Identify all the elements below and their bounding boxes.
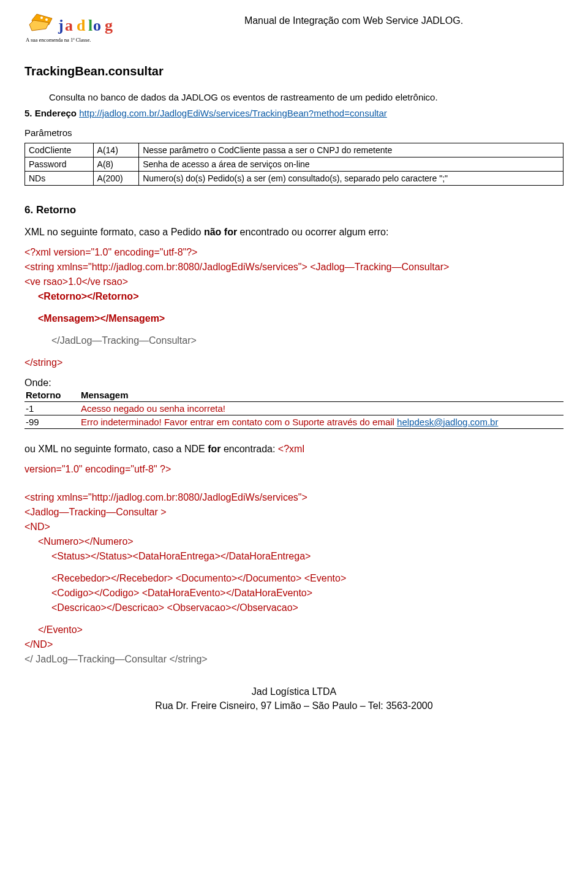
onde-label: Onde: <box>24 377 564 389</box>
xml-retorno-tag: <Retorno></Retorno> <box>38 289 564 304</box>
xml-versao: <ve rsao>1.0</ve rsao> <box>24 275 564 289</box>
found-bold: for <box>208 444 221 454</box>
helpdesk-link[interactable]: helpdesk@jadlog.com.br <box>397 417 498 427</box>
section-title: TrackingBean.consultar <box>24 64 564 78</box>
xml2-numero: <Numero></Numero> <box>38 534 564 549</box>
xml-close-root: </JadLog—Tracking—Consultar> <box>51 333 564 348</box>
svg-text:a: a <box>65 17 73 34</box>
param-name: CodCliente <box>25 143 94 157</box>
document-header-title: Manual de Integração com Web Service JAD… <box>144 9 564 26</box>
xml2-string-open: <string xmlns="http://jadlog.com.br:8080… <box>24 490 564 505</box>
xml2-evento-close: </Evento> <box>38 623 564 637</box>
svg-text:g: g <box>105 17 113 34</box>
param-desc: Nesse parâmetro o CodCliente passa a ser… <box>139 143 564 157</box>
retorno-col-header: Retorno <box>24 389 80 402</box>
footer-address: Rua Dr. Freire Cisneiro, 97 Limão – São … <box>24 699 564 713</box>
xml2-status: <Status></Status><DataHoraEntrega></Data… <box>51 549 564 564</box>
retorno-intro-prefix: XML no seguinte formato, caso a Pedido <box>24 227 204 237</box>
retorno-msg-text: Erro indeterminado! Favor entrar em cont… <box>81 417 397 427</box>
logo-tagline: A sua encomenda na 1ª Classe. <box>26 37 91 43</box>
xml-mensagem-tag: <Mensagem></Mensagem> <box>38 311 564 326</box>
table-row: Password A(8) Senha de acesso a área de … <box>25 157 564 171</box>
retorno-table: Retorno Mensagem -1 Acesso negado ou sen… <box>24 389 564 429</box>
svg-point-0 <box>40 17 43 19</box>
retorno-intro: XML no seguinte formato, caso a Pedido n… <box>24 226 564 239</box>
page-footer: Jad Logística LTDA Rua Dr. Freire Cisnei… <box>24 685 564 713</box>
table-row: CodCliente A(14) Nesse parâmetro o CodCl… <box>25 143 564 157</box>
param-type: A(8) <box>93 157 139 171</box>
params-heading: Parâmetros <box>24 127 564 138</box>
xml2-codigo: <Codigo></Codigo> <DataHoraEvento></Data… <box>51 586 564 601</box>
xml2-nd: <ND> <box>24 520 564 534</box>
found-prefix: ou XML no seguinte formato, caso a NDE <box>24 444 208 454</box>
logo: j a d l o g A sua encomenda na 1ª Classe… <box>24 9 132 46</box>
param-desc: Senha de acesso a área de serviços on-li… <box>139 157 564 171</box>
retorno-msg: Erro indeterminado! Favor entrar em cont… <box>80 415 564 428</box>
xml-string-open: <string xmlns="http://jadlog.com.br:8080… <box>24 260 564 275</box>
endpoint-url-link[interactable]: http://jadlog.com.br/JadlogEdiWs/service… <box>79 108 387 118</box>
param-type: A(200) <box>93 171 139 185</box>
svg-text:j: j <box>58 17 64 34</box>
retorno-col-header: Mensagem <box>80 389 564 402</box>
svg-text:l: l <box>88 17 92 34</box>
xml2-close: </ JadLog—Tracking—Consultar </string> <box>24 652 564 667</box>
retorno-found-intro: ou XML no seguinte formato, caso a NDE f… <box>24 442 564 456</box>
svg-point-1 <box>45 18 48 21</box>
retorno-code: -1 <box>24 401 80 415</box>
retorno-intro-bold: não for <box>204 227 237 237</box>
params-table: CodCliente A(14) Nesse parâmetro o CodCl… <box>24 143 564 186</box>
retorno-heading: 6. Retorno <box>24 204 564 216</box>
section-intro: Consulta no banco de dados da JADLOG os … <box>49 91 564 105</box>
xml2-nd-close: </ND> <box>24 637 564 652</box>
param-type: A(14) <box>93 143 139 157</box>
xml2-recebedor: <Recebedor></Recebedor> <Documento></Doc… <box>51 571 564 586</box>
table-row: NDs A(200) Numero(s) do(s) Pedido(s) a s… <box>25 171 564 185</box>
xml2-p2: version="1.0" encoding="utf-8" ?> <box>24 462 564 477</box>
svg-text:o: o <box>93 17 101 34</box>
xml2-root: <Jadlog—Tracking—Consultar > <box>24 505 564 520</box>
xml2-descricao: <Descricao></Descricao> <Observacao></Ob… <box>51 601 564 615</box>
found-suffix-before: encontrada: <box>221 444 277 454</box>
param-name: Password <box>25 157 94 171</box>
table-row: -1 Acesso negado ou senha incorreta! <box>24 401 564 415</box>
endpoint-line: 5. Endereço http://jadlog.com.br/JadlogE… <box>24 108 564 118</box>
table-row: -99 Erro indeterminado! Favor entrar em … <box>24 415 564 428</box>
param-name: NDs <box>25 171 94 185</box>
retorno-intro-suffix: encontrado ou ocorrer algum erro: <box>237 227 388 237</box>
svg-text:d: d <box>77 17 86 34</box>
retorno-code: -99 <box>24 415 80 428</box>
xml-close-string: </string> <box>24 355 564 370</box>
footer-company: Jad Logística LTDA <box>24 685 564 699</box>
endpoint-label: 5. Endereço <box>24 108 79 118</box>
param-desc: Numero(s) do(s) Pedido(s) a ser (em) con… <box>139 171 564 185</box>
retorno-msg: Acesso negado ou senha incorreta! <box>80 401 564 415</box>
xml-declaration: <?xml version="1.0" encoding="utf-8"?> <box>24 245 564 260</box>
xml2-p1: <?xml <box>278 444 304 454</box>
